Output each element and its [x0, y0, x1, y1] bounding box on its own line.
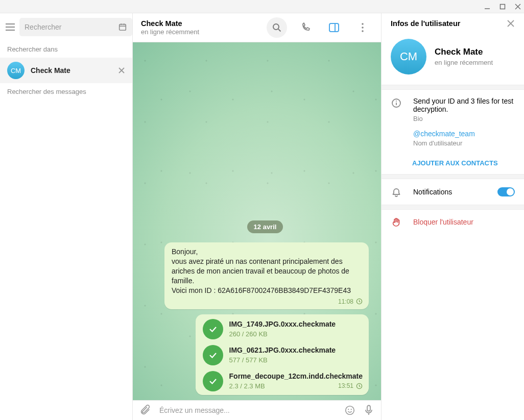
- svg-point-22: [346, 406, 354, 415]
- phone-icon: [300, 22, 311, 33]
- message-bubble-files[interactable]: IMG_1749.JPG.0xxx.checkmate 260 / 260 KB…: [196, 314, 369, 395]
- notifications-toggle[interactable]: [497, 187, 515, 196]
- svg-point-18: [362, 27, 364, 29]
- attachment-status-icon: [203, 319, 223, 339]
- avatar: CM: [7, 62, 25, 79]
- more-vertical-icon: [362, 23, 364, 32]
- attach-button[interactable]: [140, 405, 151, 416]
- block-user-label: Bloquer l'utilisateur: [413, 218, 473, 226]
- svg-point-23: [348, 409, 349, 410]
- clear-search-button[interactable]: [118, 67, 125, 74]
- minimize-icon[interactable]: [484, 4, 490, 10]
- avatar: CM: [391, 39, 426, 75]
- attachment-row[interactable]: IMG_1749.JPG.0xxx.checkmate 260 / 260 KB: [203, 319, 363, 339]
- info-bio-label: Bio: [413, 115, 515, 122]
- attachment-status-icon: [203, 371, 223, 391]
- info-name: Check Mate: [435, 47, 493, 57]
- sidepanel-icon: [328, 22, 340, 33]
- info-pane-title: Infos de l'utilisateur: [391, 19, 501, 28]
- svg-rect-1: [501, 4, 505, 9]
- call-button[interactable]: [295, 17, 316, 38]
- svg-line-14: [278, 29, 281, 32]
- hamburger-icon: [5, 23, 15, 31]
- chat-subtitle: en ligne récemment: [141, 28, 258, 36]
- bell-icon: [391, 187, 401, 197]
- mic-icon: [364, 405, 374, 416]
- voice-button[interactable]: [364, 405, 374, 416]
- menu-button[interactable]: [5, 17, 15, 37]
- message-line: Bonjour,: [172, 247, 363, 257]
- info-status: en ligne récemment: [435, 59, 493, 66]
- date-separator: 12 avril: [247, 220, 283, 233]
- search-box[interactable]: [19, 18, 132, 36]
- search-input[interactable]: [25, 23, 114, 31]
- hand-icon: [391, 217, 401, 227]
- paperclip-icon: [140, 405, 151, 416]
- chat-list-item[interactable]: CM Check Mate: [0, 58, 132, 83]
- attachment-filename: IMG_0621.JPG.0xxx.checkmate: [229, 345, 336, 355]
- svg-rect-7: [120, 24, 126, 31]
- chat-title: Check Mate: [141, 19, 258, 28]
- info-icon: [391, 98, 401, 108]
- chat-item-name: Check Mate: [31, 66, 112, 75]
- svg-point-24: [351, 409, 352, 410]
- section-search-in: Rechercher dans: [0, 41, 132, 58]
- window-titlebar: [0, 0, 524, 13]
- smile-icon: [344, 405, 355, 416]
- calendar-icon[interactable]: [118, 22, 127, 32]
- svg-point-17: [362, 23, 364, 25]
- chat-pane: Check Mate en ligne récemment 12 avril B: [133, 13, 381, 420]
- message-time: 11:08: [338, 298, 363, 306]
- close-info-button[interactable]: [507, 19, 515, 28]
- maximize-icon[interactable]: [499, 4, 506, 10]
- close-icon[interactable]: [515, 4, 521, 10]
- svg-rect-25: [367, 406, 370, 411]
- attachment-status-icon: [203, 345, 223, 365]
- clock-icon: [356, 383, 363, 389]
- info-bio-block: Send your ID and 3 files for test decryp…: [382, 90, 524, 154]
- check-icon: [208, 350, 218, 360]
- attachment-row[interactable]: IMG_0621.JPG.0xxx.checkmate 577 / 577 KB: [203, 345, 363, 365]
- chat-header: Check Mate en ligne récemment: [133, 13, 381, 42]
- attachment-filename: Forme_decoupe_12cm.indd.checkmate: [229, 372, 363, 381]
- info-bio-text: Send your ID and 3 files for test decryp…: [413, 97, 515, 113]
- search-icon: [272, 22, 282, 33]
- attachment-size: 577 / 577 KB: [229, 356, 336, 365]
- sidebar: Rechercher dans CM Check Mate Rechercher…: [0, 13, 133, 420]
- more-button[interactable]: [352, 17, 373, 38]
- message-line: Voici mon ID : 62A616F87002476BB3849D7EF…: [172, 286, 363, 295]
- info-username[interactable]: @checkmate_team: [413, 130, 515, 138]
- check-icon: [208, 376, 218, 386]
- attachment-row[interactable]: Forme_decoupe_12cm.indd.checkmate 2.3 / …: [203, 371, 363, 391]
- section-search-messages: Rechercher des messages: [0, 83, 132, 100]
- check-icon: [208, 324, 218, 334]
- search-in-chat-button[interactable]: [267, 17, 287, 38]
- svg-point-30: [396, 101, 397, 102]
- info-profile: CM Check Mate en ligne récemment: [382, 34, 524, 85]
- message-bubble[interactable]: Bonjour, vous avez piraté un nas contena…: [164, 242, 369, 309]
- svg-point-13: [273, 24, 279, 30]
- notifications-label: Notifications: [413, 188, 486, 196]
- sidepanel-toggle[interactable]: [324, 17, 344, 38]
- message-time: 13:51: [338, 382, 363, 390]
- block-user-button[interactable]: Bloquer l'utilisateur: [382, 210, 524, 234]
- close-icon: [507, 19, 515, 28]
- message-line: vous avez piraté un nas contenant princi…: [172, 257, 363, 286]
- chat-body[interactable]: 12 avril Bonjour, vous avez piraté un na…: [133, 42, 381, 400]
- info-notifications-row[interactable]: Notifications: [382, 179, 524, 205]
- emoji-button[interactable]: [344, 405, 355, 416]
- info-pane: Infos de l'utilisateur CM Check Mate en …: [381, 13, 524, 420]
- info-username-label: Nom d'utilisateur: [413, 139, 515, 147]
- add-to-contacts-button[interactable]: AJOUTER AUX CONTACTS: [382, 154, 524, 174]
- clock-icon: [356, 298, 363, 305]
- chat-input-bar: [133, 400, 381, 420]
- message-input[interactable]: [159, 406, 336, 414]
- svg-point-19: [362, 30, 364, 32]
- attachment-filename: IMG_1749.JPG.0xxx.checkmate: [229, 319, 336, 329]
- close-icon: [118, 67, 125, 74]
- svg-rect-15: [329, 23, 339, 32]
- attachment-size: 260 / 260 KB: [229, 330, 336, 339]
- attachment-size: 2.3 / 2.3 MB: [229, 382, 333, 391]
